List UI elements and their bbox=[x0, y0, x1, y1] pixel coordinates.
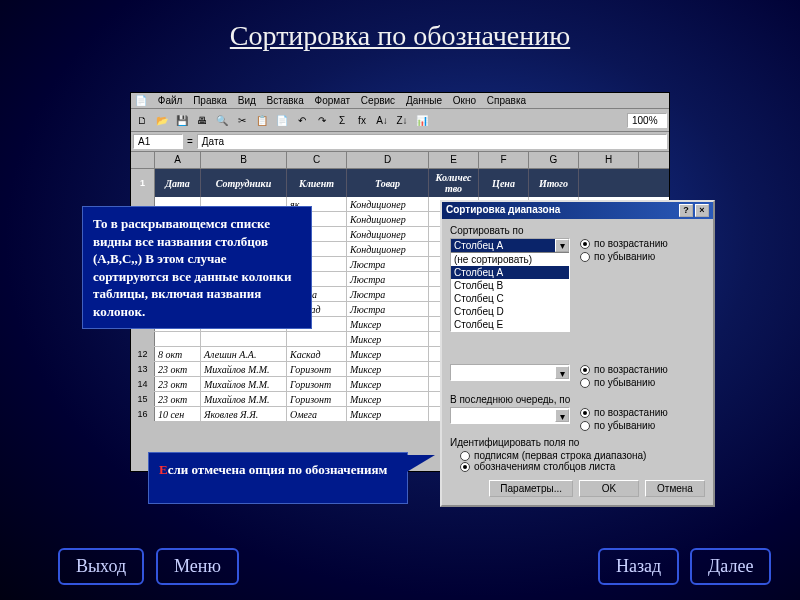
table-header: Итого bbox=[529, 169, 579, 197]
table-header: Количес тво bbox=[429, 169, 479, 197]
formula-bar: A1 = Дата bbox=[131, 132, 669, 152]
chevron-down-icon[interactable]: ▾ bbox=[555, 366, 569, 379]
combo-option[interactable]: Столбец E bbox=[451, 318, 569, 331]
open-icon[interactable]: 📂 bbox=[153, 111, 171, 129]
sort-by-combo[interactable]: Столбец A▾ (не сортировать)Столбец AСтол… bbox=[450, 238, 570, 332]
copy-icon[interactable]: 📋 bbox=[253, 111, 271, 129]
undo-icon[interactable]: ↶ bbox=[293, 111, 311, 129]
combo-option[interactable]: Столбец C bbox=[451, 292, 569, 305]
identify-designations[interactable]: обозначениям столбцов листа bbox=[460, 461, 705, 472]
sort3-desc[interactable]: по убыванию bbox=[580, 420, 668, 431]
sort2-desc[interactable]: по убыванию bbox=[580, 377, 668, 388]
callout-columns: То в раскрывающемся списке видны все наз… bbox=[82, 206, 312, 329]
combo-option[interactable]: Столбец A bbox=[451, 266, 569, 279]
callout-option: Если отмечена опция по обозначениям bbox=[148, 452, 408, 504]
sort3-asc[interactable]: по возрастанию bbox=[580, 407, 668, 418]
page-title: Сортировка по обозначению bbox=[0, 0, 800, 62]
col-header[interactable]: D bbox=[347, 152, 429, 168]
ok-button[interactable]: OK bbox=[579, 480, 639, 497]
identify-label: Идентифицировать поля по bbox=[450, 437, 705, 448]
save-icon[interactable]: 💾 bbox=[173, 111, 191, 129]
table-header-row: 1 ДатаСотрудникиКлиентТоварКоличес твоЦе… bbox=[131, 169, 669, 197]
next-button[interactable]: Далее bbox=[690, 548, 771, 585]
help-icon[interactable]: ? bbox=[679, 204, 693, 217]
table-header: Цена bbox=[479, 169, 529, 197]
sort1-asc[interactable]: по возрастанию bbox=[580, 238, 668, 249]
combo-option[interactable]: Столбец D bbox=[451, 305, 569, 318]
chart-icon[interactable]: 📊 bbox=[413, 111, 431, 129]
sort-by-label: Сортировать по bbox=[450, 225, 705, 236]
chevron-down-icon[interactable]: ▾ bbox=[555, 239, 569, 252]
table-header: Товар bbox=[347, 169, 429, 197]
print-icon[interactable]: 🖶 bbox=[193, 111, 211, 129]
fx-icon[interactable]: fx bbox=[353, 111, 371, 129]
col-header[interactable]: B bbox=[201, 152, 287, 168]
menu-button[interactable]: Меню bbox=[156, 548, 239, 585]
back-button[interactable]: Назад bbox=[598, 548, 679, 585]
menubar[interactable]: 📄 Файл Правка Вид Вставка Формат Сервис … bbox=[131, 93, 669, 109]
last-by-label: В последнюю очередь, по bbox=[450, 394, 705, 405]
table-header: Клиент bbox=[287, 169, 347, 197]
sort-dialog: Сортировка диапазона ? × Сортировать по … bbox=[440, 200, 715, 507]
close-icon[interactable]: × bbox=[695, 204, 709, 217]
new-icon[interactable]: 🗋 bbox=[133, 111, 151, 129]
params-button[interactable]: Параметры... bbox=[489, 480, 573, 497]
paste-icon[interactable]: 📄 bbox=[273, 111, 291, 129]
redo-icon[interactable]: ↷ bbox=[313, 111, 331, 129]
sort-desc-icon[interactable]: Z↓ bbox=[393, 111, 411, 129]
toolbar[interactable]: 🗋 📂 💾 🖶 🔍 ✂ 📋 📄 ↶ ↷ Σ fx A↓ Z↓ 📊 100% bbox=[131, 109, 669, 132]
last-by-combo[interactable]: ▾ bbox=[450, 407, 570, 424]
identify-captions[interactable]: подписям (первая строка диапазона) bbox=[460, 450, 705, 461]
combo-option[interactable]: (не сортировать) bbox=[451, 253, 569, 266]
dialog-titlebar: Сортировка диапазона ? × bbox=[442, 202, 713, 219]
cell-reference[interactable]: A1 bbox=[133, 134, 183, 149]
col-header[interactable]: F bbox=[479, 152, 529, 168]
table-header: Дата bbox=[155, 169, 201, 197]
cut-icon[interactable]: ✂ bbox=[233, 111, 251, 129]
col-header[interactable]: A bbox=[155, 152, 201, 168]
col-header[interactable]: E bbox=[429, 152, 479, 168]
preview-icon[interactable]: 🔍 bbox=[213, 111, 231, 129]
zoom-input[interactable]: 100% bbox=[627, 113, 667, 128]
column-headers: ABCDEFGH bbox=[131, 152, 669, 169]
col-header[interactable]: G bbox=[529, 152, 579, 168]
formula-input[interactable]: Дата bbox=[197, 134, 667, 149]
chevron-down-icon[interactable]: ▾ bbox=[555, 409, 569, 422]
combo-option[interactable]: Столбец B bbox=[451, 279, 569, 292]
sum-icon[interactable]: Σ bbox=[333, 111, 351, 129]
sort2-asc[interactable]: по возрастанию bbox=[580, 364, 668, 375]
cancel-button[interactable]: Отмена bbox=[645, 480, 705, 497]
sort-asc-icon[interactable]: A↓ bbox=[373, 111, 391, 129]
sort1-desc[interactable]: по убыванию bbox=[580, 251, 668, 262]
then-by-combo[interactable]: ▾ bbox=[450, 364, 570, 381]
exit-button[interactable]: Выход bbox=[58, 548, 144, 585]
col-header[interactable]: C bbox=[287, 152, 347, 168]
table-header: Сотрудники bbox=[201, 169, 287, 197]
col-header[interactable]: H bbox=[579, 152, 639, 168]
